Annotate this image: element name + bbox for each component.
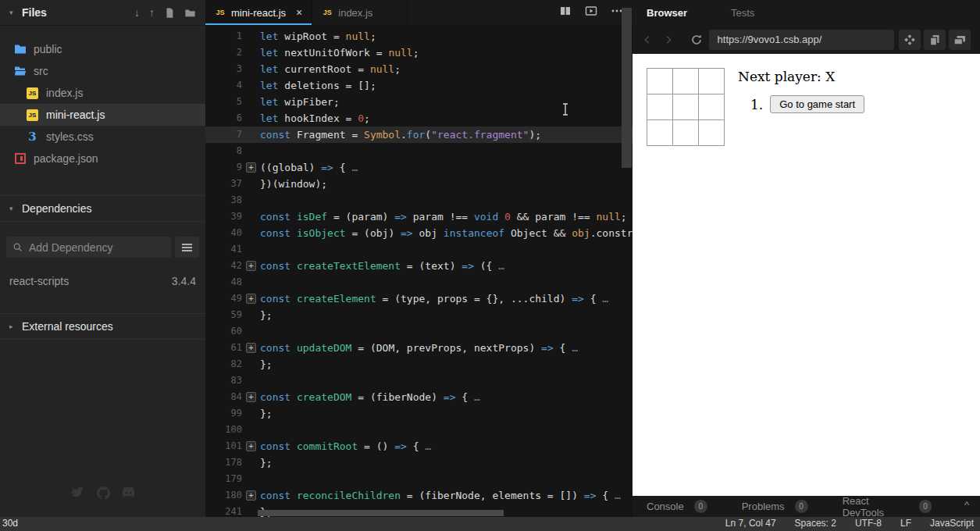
fold-expand-icon[interactable]: + xyxy=(246,343,256,353)
board-cell[interactable] xyxy=(647,119,673,146)
expand-panel-caret-icon[interactable]: ^ xyxy=(964,499,969,511)
file-name: src xyxy=(34,65,48,77)
code-text: const Fragment = Symbol.for("react.fragm… xyxy=(260,127,541,143)
line-number: 39 xyxy=(205,208,242,225)
dependency-menu-button[interactable] xyxy=(175,237,199,258)
code-line-83[interactable]: 83 xyxy=(205,372,633,389)
reload-icon[interactable] xyxy=(690,34,703,46)
code-line-84[interactable]: 84+const createDOM = (fiberNode) => { … xyxy=(205,389,633,405)
fold-expand-icon[interactable]: + xyxy=(246,490,256,501)
panel-tab-console[interactable]: Console0 xyxy=(647,500,707,513)
code-line-9[interactable]: 9+((global) => { … xyxy=(205,159,633,176)
board-cell[interactable] xyxy=(672,119,699,146)
cascade-windows-icon[interactable] xyxy=(949,30,971,50)
open-in-new-window-icon[interactable] xyxy=(924,30,946,50)
github-icon[interactable] xyxy=(97,486,110,500)
code-line-8[interactable]: 8 xyxy=(205,143,633,159)
code-line-41[interactable]: 41 xyxy=(205,241,633,258)
status-item-javascript[interactable]: JavaScript xyxy=(930,518,974,529)
board-cell[interactable] xyxy=(698,94,725,120)
code-line-179[interactable]: 179 xyxy=(205,471,633,487)
file-mini-react.js[interactable]: JSmini-react.js xyxy=(0,104,205,126)
code-line-4[interactable]: 4let deletions = []; xyxy=(205,77,633,94)
fold-expand-icon[interactable]: + xyxy=(246,441,256,451)
board-cell[interactable] xyxy=(647,68,673,94)
code-line-42[interactable]: 42+const createTextElement = (text) => (… xyxy=(205,258,633,274)
board-cell[interactable] xyxy=(698,119,725,146)
new-folder-icon[interactable] xyxy=(184,7,196,18)
go-to-game-start-button[interactable]: Go to game start xyxy=(770,95,864,113)
board-cell[interactable] xyxy=(698,68,725,94)
code-line-40[interactable]: 40const isObject = (obj) => obj instance… xyxy=(205,225,633,241)
fold-expand-icon[interactable]: + xyxy=(246,392,256,402)
board-cell[interactable] xyxy=(672,94,699,120)
code-line-2[interactable]: 2let nextUnitOfWork = null; xyxy=(205,45,633,61)
fold-expand-icon[interactable]: + xyxy=(246,162,256,173)
code-line-101[interactable]: 101+const commitRoot = () => { … xyxy=(205,438,633,454)
forward-icon[interactable] xyxy=(663,34,675,46)
new-file-icon[interactable] xyxy=(164,7,175,19)
status-item-ln-7-col-47[interactable]: Ln 7, Col 47 xyxy=(725,518,776,529)
js-file-icon: JS xyxy=(215,7,226,18)
files-title: Files xyxy=(22,6,134,19)
code-line-38[interactable]: 38 xyxy=(205,192,633,208)
vertical-scrollbar-thumb[interactable] xyxy=(622,8,632,168)
dependencies-header[interactable]: ▾ Dependencies xyxy=(0,195,205,222)
code-line-48[interactable]: 48 xyxy=(205,274,633,290)
back-icon[interactable] xyxy=(642,34,654,46)
code-line-99[interactable]: 99}; xyxy=(205,405,633,422)
code-line-49[interactable]: 49+const createElement = (type, props = … xyxy=(205,290,633,307)
board-cell[interactable] xyxy=(672,68,699,94)
status-item-spaces-2[interactable]: Spaces: 2 xyxy=(795,518,836,529)
code-text: }; xyxy=(260,405,273,422)
panel-tab-problems[interactable]: Problems0 xyxy=(742,500,808,513)
code-line-60[interactable]: 60 xyxy=(205,323,633,340)
code-line-100[interactable]: 100 xyxy=(205,422,633,438)
code-line-59[interactable]: 59}; xyxy=(205,307,633,323)
list-marker: 1. xyxy=(750,97,763,112)
file-styles.css[interactable]: 3styles.css xyxy=(0,126,205,148)
responsive-mode-icon[interactable] xyxy=(899,30,921,50)
file-src[interactable]: src xyxy=(0,60,205,82)
twitter-icon[interactable] xyxy=(70,486,85,500)
code-line-61[interactable]: 61+const updateDOM = (DOM, prevProps, ne… xyxy=(205,340,633,356)
download-icon[interactable]: ↓ xyxy=(134,6,140,19)
fold-gutter: + xyxy=(242,159,260,176)
code-area[interactable]: 1let wipRoot = null;2let nextUnitOfWork … xyxy=(205,25,633,517)
discord-icon[interactable] xyxy=(122,486,135,500)
code-line-37[interactable]: 37})(window); xyxy=(205,176,633,192)
browser-tab-browser[interactable]: Browser xyxy=(647,7,687,19)
open-preview-icon[interactable] xyxy=(585,5,597,20)
code-line-3[interactable]: 3let currentRoot = null; xyxy=(205,61,633,77)
url-bar[interactable]: https://9vovo1.csb.app/ xyxy=(709,30,894,50)
file-index.js[interactable]: JSindex.js xyxy=(0,82,205,104)
browser-tab-tests[interactable]: Tests xyxy=(731,7,754,19)
code-line-39[interactable]: 39const isDef = (param) => param !== voi… xyxy=(205,208,633,225)
file-public[interactable]: public xyxy=(0,38,205,60)
code-line-180[interactable]: 180+const reconcileChildren = (fiberNode… xyxy=(205,487,633,504)
file-package.json[interactable]: package.json xyxy=(0,148,205,169)
close-tab-icon[interactable]: × xyxy=(296,6,302,19)
upload-icon[interactable]: ↑ xyxy=(149,6,155,19)
tab-index.js[interactable]: JSindex.js xyxy=(312,0,408,25)
status-item-utf-8[interactable]: UTF-8 xyxy=(855,518,882,529)
board-cell[interactable] xyxy=(647,94,673,120)
external-resources-header[interactable]: ▸ External resources xyxy=(0,313,205,340)
fold-expand-icon[interactable]: + xyxy=(246,261,256,271)
split-view-icon[interactable] xyxy=(559,5,572,20)
status-item-lf[interactable]: LF xyxy=(900,518,911,529)
panel-tab-react-devtools[interactable]: React DevTools0 xyxy=(843,495,932,519)
dependency-list: react-scripts3.4.4 xyxy=(0,275,205,287)
code-line-1[interactable]: 1let wipRoot = null; xyxy=(205,28,633,45)
code-line-82[interactable]: 82}; xyxy=(205,356,633,372)
code-line-7[interactable]: 7const Fragment = Symbol.for("react.frag… xyxy=(205,127,633,143)
files-section-header[interactable]: ▾ Files ↓ ↑ xyxy=(0,0,205,26)
editor-tab-bar: JSmini-react.js×JSindex.js xyxy=(205,0,633,25)
horizontal-scrollbar-thumb[interactable] xyxy=(258,510,504,516)
code-line-178[interactable]: 178}; xyxy=(205,454,633,471)
fold-expand-icon[interactable]: + xyxy=(246,294,256,304)
line-number: 179 xyxy=(205,471,242,487)
dependency-row[interactable]: react-scripts3.4.4 xyxy=(0,275,205,287)
add-dependency-input[interactable]: Add Dependency xyxy=(6,237,171,258)
tab-mini-react.js[interactable]: JSmini-react.js× xyxy=(205,0,312,25)
